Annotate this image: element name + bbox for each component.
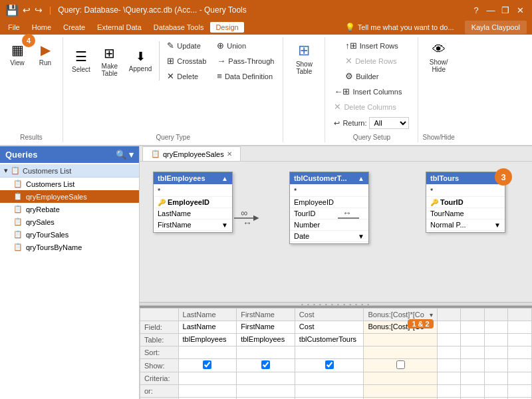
return-select[interactable]: All 5 25 [369,117,409,129]
pass-through-button[interactable]: → Pass-Through [212,54,279,68]
delete-button[interactable]: ✕ Delete [162,69,211,83]
grid-cell-show-5[interactable] [461,359,485,372]
show-checkbox-3[interactable] [396,360,405,369]
menu-file[interactable]: File [3,22,25,33]
delete-rows-button[interactable]: ✕ Delete Rows [340,54,403,68]
grid-cell-or-6[interactable] [484,385,508,398]
query-tab-close[interactable]: ✕ [227,150,232,158]
design-scroll[interactable]: ∞ ↔ ↔ tblEmployees ▲ * 🔑 [140,162,532,302]
grid-cell-show-3[interactable] [364,359,437,372]
grid-cell-criteria-1[interactable] [237,372,295,385]
grid-cell-table-6[interactable] [484,334,508,346]
grid-cell-field-7[interactable] [508,321,532,334]
insert-columns-button[interactable]: ←⊞ Insert Columns [329,84,414,98]
grid-cell-table-2[interactable]: tblCustomerTours [295,334,364,346]
grid-cell-table-3[interactable] [364,334,437,346]
undo-btn[interactable]: ↩ [23,5,31,15]
grid-col-header-2[interactable]: Cost [295,309,364,321]
grid-cell-field-1[interactable]: FirstName [237,321,295,334]
grid-col-header-3[interactable]: Bonus:[Cost]*[Co ▾ 1 & 2 [364,309,437,321]
grid-cell-field-4[interactable] [437,321,461,334]
grid-cell-or-3[interactable] [364,385,437,398]
grid-cell-criteria-5[interactable] [461,372,485,385]
grid-col-header-6[interactable] [484,309,508,321]
grid-cell-criteria-0[interactable] [178,372,237,385]
grid-cell-field-0[interactable]: LastName [178,321,237,334]
help-btn[interactable]: ? [469,3,483,17]
nav-item-qryRebate[interactable]: 📋 qryRebate [0,203,139,215]
grid-cell-table-4[interactable] [437,334,461,346]
menu-database-tools[interactable]: Database Tools [148,22,209,33]
grid-col-header-4[interactable] [437,309,461,321]
show-checkbox-2[interactable] [325,360,334,369]
nav-search-icon[interactable]: 🔍 [116,150,126,160]
grid-cell-sort-6[interactable] [484,346,508,359]
grid-cell-table-7[interactable] [508,334,532,346]
grid-area[interactable]: LastName FirstName Cost [140,306,532,399]
minimize-btn[interactable]: — [484,3,497,17]
show-table-button[interactable]: ⊞ ShowTable [287,39,321,78]
grid-cell-criteria-3[interactable] [364,372,437,385]
grid-cell-show-6[interactable] [484,359,508,372]
redo-btn[interactable]: ↪ [35,5,43,15]
menu-design[interactable]: Design [210,22,243,33]
grid-cell-field-2[interactable]: Cost [295,321,364,334]
grid-cell-or-2[interactable] [295,385,364,398]
grid-cell-criteria-6[interactable] [484,372,508,385]
grid-col-header-1[interactable]: FirstName [237,309,295,321]
grid-cell-or-1[interactable] [237,385,295,398]
nav-item-qryToursByName[interactable]: 📋 qryToursByName [0,241,139,253]
nav-section-header[interactable]: ▾ 📋 Customers List [0,164,139,178]
update-button[interactable]: ✎ Update [162,39,211,53]
grid-cell-sort-0[interactable] [178,346,237,359]
show-checkbox-0[interactable] [203,360,211,369]
make-table-button[interactable]: ⊞ MakeTable [96,42,123,80]
menu-external-data[interactable]: External Data [92,22,147,33]
grid-cell-sort-5[interactable] [461,346,485,359]
design-area[interactable]: ∞ ↔ ↔ tblEmployees ▲ * 🔑 [140,162,532,302]
query-tab-employee-sales[interactable]: 📋 qryEmployeeSales ✕ [142,146,241,161]
grid-cell-sort-1[interactable] [237,346,295,359]
grid-cell-criteria-2[interactable] [295,372,364,385]
grid-cell-sort-2[interactable] [295,346,364,359]
nav-item-qrySales[interactable]: 📋 qrySales [0,215,139,228]
run-button[interactable]: ▶ Run [32,39,59,70]
builder-button[interactable]: ⚙ Builder [340,69,403,83]
grid-cell-show-1[interactable] [237,359,295,372]
grid-cell-table-0[interactable]: tblEmployees [178,334,237,346]
insert-rows-button[interactable]: ↑⊞ Insert Rows [340,39,403,53]
select-button[interactable]: ☰ Select [67,45,95,76]
grid-cell-field-5[interactable] [461,321,485,334]
show-checkbox-1[interactable] [261,360,270,369]
nav-item-qryTourSales[interactable]: 📋 qryTourSales [0,228,139,241]
grid-cell-show-2[interactable] [295,359,364,372]
grid-cell-criteria-7[interactable] [508,372,532,385]
show-hide-button[interactable]: 👁 Show/Hide [425,39,453,76]
data-definition-button[interactable]: ≡ Data Definition [212,69,279,83]
union-button[interactable]: ⊕ Union [212,39,279,53]
restore-btn[interactable]: ❐ [499,3,512,17]
view-button[interactable]: ▦ 4 View [4,39,31,70]
nav-item-qryEmployeeSales[interactable]: 📋 qryEmployeeSales [0,190,139,203]
grid-cell-sort-3[interactable] [364,346,437,359]
grid-cell-or-5[interactable] [461,385,485,398]
grid-cell-or-0[interactable] [178,385,237,398]
menu-home[interactable]: Home [27,22,57,33]
append-button[interactable]: ⬇ Append [124,46,156,76]
nav-menu-icon[interactable]: ▾ [129,150,134,160]
grid-col-header-7[interactable] [508,309,532,321]
grid-cell-field-6[interactable] [484,321,508,334]
grid-cell-table-5[interactable] [461,334,485,346]
grid-cell-or-7[interactable] [508,385,532,398]
grid-col-header-5[interactable] [461,309,485,321]
crosstab-button[interactable]: ⊞ Crosstab [162,54,211,68]
close-btn[interactable]: ✕ [513,3,527,17]
grid-cell-sort-7[interactable] [508,346,532,359]
grid-cell-show-0[interactable] [178,359,237,372]
menu-create[interactable]: Create [58,22,90,33]
grid-col-header-0[interactable]: LastName [178,309,237,321]
delete-columns-button[interactable]: ✕ Delete Columns [329,100,414,114]
grid-cell-criteria-4[interactable] [437,372,461,385]
grid-cell-show-4[interactable] [437,359,461,372]
grid-cell-or-4[interactable] [437,385,461,398]
